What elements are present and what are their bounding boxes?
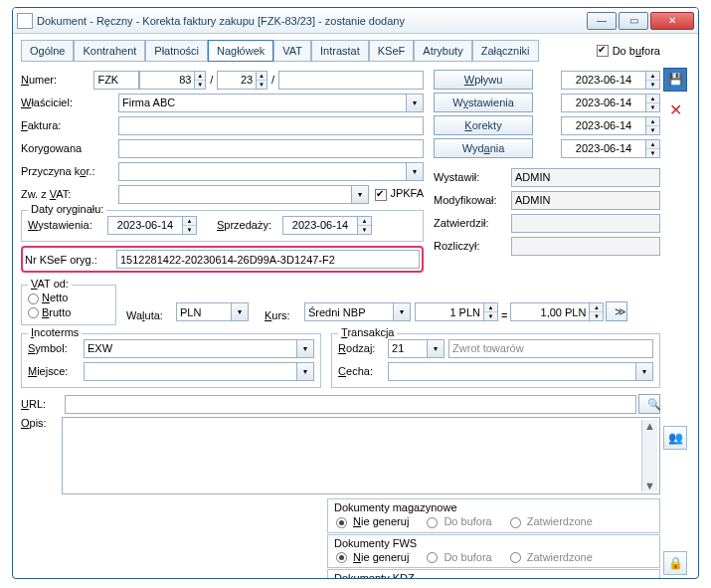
wplywu-spin[interactable]: ▲▼ bbox=[646, 71, 660, 90]
rodzaj-input[interactable] bbox=[388, 339, 428, 358]
korygowana-input[interactable] bbox=[118, 139, 424, 158]
tab-naglowek[interactable]: Nagłówek bbox=[208, 40, 273, 62]
wystawienia-button[interactable]: Wystawienia bbox=[434, 93, 533, 112]
rate1-spin[interactable]: ▲▼ bbox=[484, 302, 498, 321]
app-icon bbox=[17, 13, 33, 29]
waluta-label: Waluta: bbox=[126, 309, 176, 321]
daty-legend: Daty oryginału: bbox=[28, 203, 106, 215]
numer-2-spin[interactable]: ▲▼ bbox=[257, 71, 267, 90]
rozl-input bbox=[511, 237, 660, 256]
dok-fws-legend: Dokumenty FWS bbox=[334, 537, 417, 549]
lock-icon-button[interactable]: 🔒 bbox=[663, 551, 687, 575]
numer-label: Numer: bbox=[21, 74, 93, 86]
rodzaj-dd[interactable]: ▾ bbox=[428, 339, 444, 358]
tab-vat[interactable]: VAT bbox=[273, 40, 311, 62]
vatod-group: VAT od: Netto Brutto bbox=[21, 285, 116, 325]
kurs-type-input[interactable] bbox=[304, 302, 394, 321]
opis-label: Opis: bbox=[21, 417, 62, 429]
wydania-spin[interactable]: ▲▼ bbox=[646, 139, 660, 158]
numer-prefix[interactable] bbox=[93, 71, 139, 90]
cecha-label: Cecha: bbox=[338, 365, 388, 377]
tab-intrastat[interactable]: Intrastat bbox=[311, 40, 369, 62]
wyst-spin[interactable]: ▲▼ bbox=[183, 216, 197, 235]
przyczyna-dd[interactable]: ▾ bbox=[407, 162, 424, 181]
maximize-button[interactable]: ▭ bbox=[619, 12, 648, 30]
buffer-checkbox[interactable] bbox=[597, 45, 609, 57]
korekty-date[interactable] bbox=[561, 116, 646, 135]
wyst-date[interactable] bbox=[107, 216, 183, 235]
symbol-input[interactable] bbox=[84, 339, 297, 358]
dok-mag-legend: Dokumenty magazynowe bbox=[334, 501, 457, 513]
kurs-type-dd[interactable]: ▾ bbox=[394, 302, 411, 321]
zwzvat-dd[interactable]: ▾ bbox=[352, 185, 369, 204]
save-icon-button[interactable]: 💾 bbox=[663, 68, 687, 92]
kurs-label: Kurs: bbox=[265, 309, 304, 321]
rate-go-button[interactable]: ≫ bbox=[606, 301, 627, 321]
numer-1[interactable] bbox=[139, 71, 195, 90]
wydania-date[interactable] bbox=[561, 139, 646, 158]
dok-kdz-group: Dokumenty KDZ Nie generuj Do bufora Zatw… bbox=[327, 569, 660, 579]
netto-radio[interactable] bbox=[28, 294, 39, 304]
waluta-dd[interactable]: ▾ bbox=[232, 302, 249, 321]
ksef-input[interactable] bbox=[116, 250, 420, 269]
fws-o1-radio[interactable] bbox=[336, 552, 347, 563]
url-browse-button[interactable]: 🔍 bbox=[638, 394, 660, 414]
tab-ogolne[interactable]: Ogólne bbox=[21, 40, 74, 62]
rate2-spin[interactable]: ▲▼ bbox=[590, 302, 604, 321]
faktura-input[interactable] bbox=[118, 116, 424, 135]
dok-mag-group: Dokumenty magazynowe Nie generuj Do bufo… bbox=[327, 498, 660, 533]
sprz-date[interactable] bbox=[282, 216, 358, 235]
rodzaj-label: Rodzaj: bbox=[338, 342, 388, 354]
numer-2[interactable] bbox=[217, 71, 257, 90]
brutto-radio[interactable] bbox=[28, 307, 39, 318]
waluta-input[interactable] bbox=[176, 302, 232, 321]
opis-scrollbar[interactable]: ▲▼ bbox=[641, 420, 657, 491]
kurs-rate1[interactable] bbox=[415, 302, 484, 321]
mag-o1-radio[interactable] bbox=[336, 517, 347, 528]
tab-platnosci[interactable]: Płatności bbox=[145, 40, 208, 62]
tab-bar: Ogólne Kontrahent Płatności Nagłówek VAT… bbox=[21, 40, 660, 62]
korekty-spin[interactable]: ▲▼ bbox=[646, 116, 660, 135]
wydania-button[interactable]: Wydania bbox=[434, 138, 533, 158]
wplywu-button[interactable]: WWpływupływu bbox=[434, 70, 533, 90]
mag-o3-radio bbox=[510, 517, 521, 528]
przyczyna-input[interactable] bbox=[118, 162, 407, 181]
tab-zalaczniki[interactable]: Załączniki bbox=[472, 40, 539, 62]
url-input[interactable] bbox=[65, 395, 636, 414]
incoterms-legend: Incoterms bbox=[28, 326, 82, 338]
wystawienia-date[interactable] bbox=[561, 94, 646, 112]
korekty-button[interactable]: Korekty bbox=[434, 115, 533, 135]
wlasciciel-input[interactable] bbox=[118, 94, 407, 112]
zwzvat-label: Zw. z VAT: bbox=[21, 188, 118, 200]
cancel-icon-button[interactable]: ✕ bbox=[663, 98, 687, 121]
przyczyna-label: Przyczyna kor.: bbox=[21, 165, 118, 177]
numer-3[interactable] bbox=[278, 71, 424, 90]
wlasciciel-dd[interactable]: ▾ bbox=[407, 94, 424, 112]
numer-sep1: / bbox=[206, 74, 217, 86]
zwzvat-input[interactable] bbox=[118, 185, 352, 204]
rozl-label: Rozliczył: bbox=[434, 240, 511, 252]
cecha-dd[interactable]: ▾ bbox=[636, 362, 653, 381]
close-button[interactable]: ✕ bbox=[650, 12, 694, 30]
transakcja-group: Transakcja Rodzaj:▾ Cecha:▾ bbox=[331, 333, 660, 388]
jpkfa-checkbox[interactable] bbox=[375, 189, 387, 201]
miejsce-dd[interactable]: ▾ bbox=[297, 362, 314, 381]
wystawienia-spin[interactable]: ▲▼ bbox=[646, 94, 660, 112]
sprz-label: Sprzedaży: bbox=[217, 219, 282, 231]
cecha-input[interactable] bbox=[388, 362, 636, 381]
minimize-button[interactable]: — bbox=[587, 12, 617, 30]
wplywu-date[interactable] bbox=[561, 71, 646, 90]
tab-kontrahent[interactable]: Kontrahent bbox=[74, 40, 145, 62]
ksef-highlight: Nr KSeF oryg.: bbox=[21, 246, 424, 273]
miejsce-label: Miejsce: bbox=[28, 365, 84, 377]
miejsce-input[interactable] bbox=[84, 362, 297, 381]
tab-ksef[interactable]: KSeF bbox=[369, 40, 415, 62]
numer-1-spin[interactable]: ▲▼ bbox=[195, 71, 206, 90]
tab-atrybuty[interactable]: Atrybuty bbox=[414, 40, 471, 62]
rodzaj-desc bbox=[448, 339, 653, 358]
opis-textarea[interactable]: ▲▼ bbox=[62, 417, 660, 494]
symbol-dd[interactable]: ▾ bbox=[297, 339, 314, 358]
users-icon-button[interactable]: 👥 bbox=[663, 426, 687, 450]
kurs-rate2[interactable] bbox=[510, 302, 590, 321]
sprz-spin[interactable]: ▲▼ bbox=[358, 216, 372, 235]
